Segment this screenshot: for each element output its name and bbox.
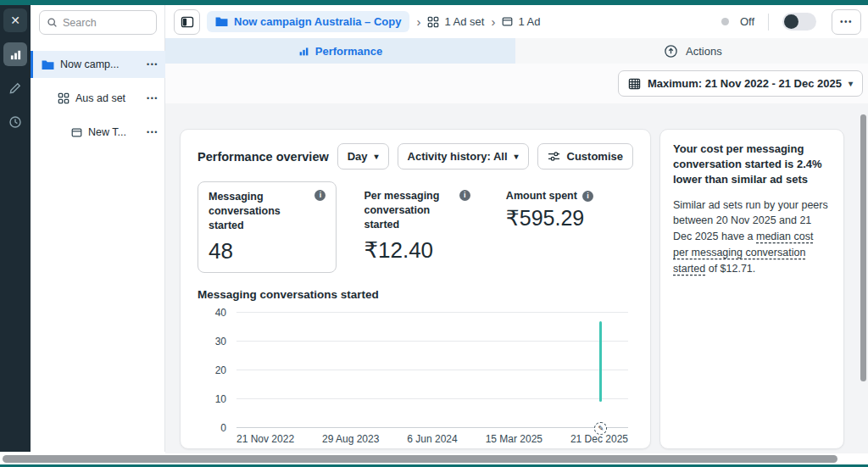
search-placeholder: Search (63, 17, 97, 29)
info-icon[interactable]: i (314, 190, 326, 201)
tree-item-label: Now camp... (60, 58, 119, 70)
x-tick-label: 21 Nov 2022 (236, 433, 294, 445)
tree-item-label: Aus ad set (75, 92, 125, 104)
metric-label: Per messaging conversation started (364, 189, 459, 232)
performance-overview-card: Performance overview Day ▾ Activity hist… (180, 129, 651, 449)
toggle-knob (784, 14, 798, 29)
metric-cards-row: Messaging conversations started i 48 Per… (198, 181, 633, 273)
breadcrumb-bar: Now campaign Australia – Copy › 1 Ad set… (165, 5, 868, 38)
metric-label: Messaging conversations started (209, 190, 309, 233)
chevron-down-icon: ▾ (515, 152, 519, 161)
x-axis-labels: 21 Nov 202229 Aug 20236 Jun 202415 Mar 2… (236, 433, 628, 445)
performance-tool-button[interactable] (3, 42, 27, 66)
overview-title: Performance overview (198, 150, 329, 164)
peer-comparison-card: Your cost per messaging conversation sta… (659, 129, 844, 449)
close-icon: ✕ (10, 14, 20, 27)
tree-item-campaign[interactable]: Now camp... ••• (31, 51, 165, 78)
tree-item-label: New T... (88, 126, 126, 138)
gridline (236, 341, 628, 342)
info-icon[interactable]: i (459, 190, 470, 201)
tool-rail: ✕ (0, 5, 31, 452)
info-icon[interactable]: i (582, 191, 593, 202)
edit-tool-button[interactable] (3, 76, 27, 100)
divider (768, 14, 769, 31)
filter-bar: Maximum: 21 Nov 2022 - 21 Dec 2025 ▾ (165, 64, 868, 103)
breadcrumb-adset-label: 1 Ad set (444, 15, 484, 28)
tree-item-adset[interactable]: Aus ad set ••• (31, 85, 165, 112)
tree-item-ad[interactable]: New T... ••• (31, 119, 165, 146)
view-tab-bar: Performance Actions (165, 38, 868, 64)
y-tick-label: 40 (215, 307, 226, 319)
date-range-label: Maximum: 21 Nov 2022 - 21 Dec 2025 (648, 77, 842, 90)
adjustments-icon (548, 151, 560, 162)
breadcrumb-ad-label: 1 Ad (518, 15, 540, 28)
x-tick-label: 15 Mar 2025 (486, 433, 542, 445)
activity-history-dropdown[interactable]: Activity history: All ▾ (398, 143, 529, 170)
metric-card-amount-spent[interactable]: Amount spent i ₹595.29 (492, 181, 633, 273)
history-tool-button[interactable] (3, 110, 27, 134)
folder-icon (42, 59, 54, 70)
chevron-down-icon: ▾ (849, 79, 853, 88)
sidebar-toggle-icon (181, 16, 194, 28)
chart-plot-area[interactable]: ✎ (236, 313, 628, 428)
gridline (236, 370, 628, 370)
bar-chart-icon (298, 46, 309, 57)
insight-body: Similar ad sets run by your peers betwee… (673, 197, 831, 277)
vertical-scrollbar[interactable] (860, 114, 866, 381)
ads-manager-window: ✕ Search Now (0, 0, 868, 467)
breadcrumb-campaign-label: Now campaign Australia – Copy (234, 15, 401, 28)
gridline (236, 427, 628, 428)
chevron-right-icon: › (416, 14, 420, 29)
metric-value: ₹12.40 (364, 237, 482, 264)
y-tick-label: 30 (215, 336, 226, 347)
gridline (236, 312, 628, 313)
ad-frame-icon (502, 16, 513, 27)
clock-icon (8, 115, 22, 129)
y-tick-label: 0 (220, 422, 226, 434)
breadcrumb-adset[interactable]: 1 Ad set (427, 15, 484, 28)
x-tick-label: 29 Aug 2023 (322, 433, 379, 445)
breadcrumb-ad[interactable]: 1 Ad (502, 15, 540, 28)
collapse-sidebar-button[interactable] (174, 9, 200, 35)
metric-card-conversations[interactable]: Messaging conversations started i 48 (198, 181, 337, 273)
chart-title: Messaging conversations started (198, 288, 633, 301)
tree-item-menu-icon[interactable]: ••• (147, 128, 159, 136)
gridline (236, 398, 628, 399)
search-icon (47, 17, 58, 28)
adset-grid-icon (58, 92, 70, 104)
delivery-status-label: Off (740, 15, 754, 28)
campaign-tree-sidebar: Search Now camp... ••• Aus ad set ••• Ne… (31, 5, 165, 452)
insight-heading: Your cost per messaging conversation sta… (673, 142, 831, 188)
horizontal-scrollbar[interactable] (3, 455, 837, 463)
y-axis-labels: 403020100 (198, 307, 226, 434)
delivery-toggle[interactable] (782, 13, 816, 31)
tab-performance[interactable]: Performance (165, 38, 515, 64)
actions-label: Actions (686, 45, 722, 58)
tab-performance-label: Performance (315, 45, 382, 58)
adset-grid-icon (427, 16, 439, 28)
time-breakdown-dropdown[interactable]: Day ▾ (337, 143, 389, 170)
breadcrumb-campaign[interactable]: Now campaign Australia – Copy (207, 11, 409, 32)
customise-label: Customise (567, 150, 623, 163)
ad-frame-icon (71, 127, 82, 138)
delivery-status-dot (721, 18, 729, 25)
data-series-spike[interactable] (599, 321, 602, 402)
time-breakdown-label: Day (348, 150, 368, 163)
metric-label: Amount spent (506, 189, 577, 203)
date-range-button[interactable]: Maximum: 21 Nov 2022 - 21 Dec 2025 ▾ (618, 70, 863, 97)
tree-item-menu-icon[interactable]: ••• (147, 94, 159, 103)
customise-button[interactable]: Customise (537, 143, 633, 170)
bar-chart-icon (9, 48, 22, 61)
calendar-icon (628, 77, 641, 90)
more-options-button[interactable]: ••• (832, 9, 861, 35)
metric-value: ₹595.29 (506, 206, 633, 231)
actions-button[interactable]: Actions (664, 38, 722, 64)
close-panel-button[interactable]: ✕ (3, 8, 27, 32)
search-input[interactable]: Search (39, 10, 157, 35)
pencil-icon (8, 81, 22, 95)
tree-item-menu-icon[interactable]: ••• (147, 60, 159, 69)
chevron-right-icon: › (491, 14, 495, 29)
folder-icon (215, 16, 228, 27)
ellipsis-icon: ••• (840, 17, 853, 26)
chevron-down-icon: ▾ (374, 152, 378, 161)
